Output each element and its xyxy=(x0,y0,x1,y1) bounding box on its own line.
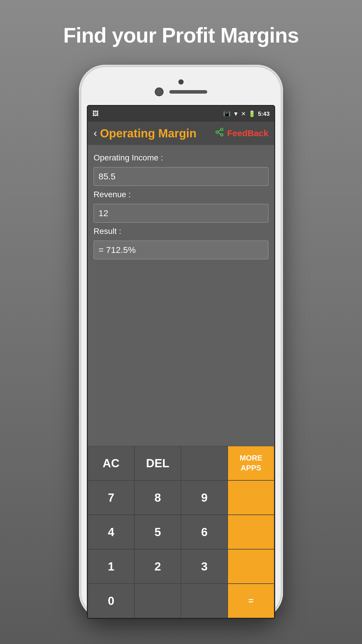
key-3[interactable]: 3 xyxy=(181,549,228,584)
camera-dot xyxy=(178,79,184,85)
svg-line-4 xyxy=(218,130,221,132)
status-right: 📳 ▼ ✕ 🔋 5:43 xyxy=(223,110,270,117)
key-7[interactable]: 7 xyxy=(88,480,134,515)
key-5[interactable]: 5 xyxy=(134,515,181,549)
key-6[interactable]: 6 xyxy=(181,515,228,549)
header-left: ‹ Operating Margin xyxy=(94,127,196,140)
key-8[interactable]: 8 xyxy=(134,480,181,515)
status-bar: 🖼 📳 ▼ ✕ 🔋 5:43 xyxy=(88,106,274,122)
revenue-input[interactable] xyxy=(94,204,268,223)
app-header: ‹ Operating Margin FeedBack xyxy=(88,122,274,145)
key-orange-r2[interactable] xyxy=(228,480,274,515)
keypad-row-3: 4 5 6 xyxy=(88,515,274,549)
keypad-row-1: AC DEL MOREAPPS xyxy=(88,446,274,480)
key-empty-r5 xyxy=(134,584,181,618)
status-left: 🖼 xyxy=(92,110,99,118)
signal-icon: ✕ xyxy=(241,110,246,117)
phone-shell: 🖼 📳 ▼ ✕ 🔋 5:43 ‹ Operating Margin xyxy=(79,65,283,619)
keypad-row-4: 1 2 3 xyxy=(88,549,274,584)
operating-income-label: Operating Income : xyxy=(94,153,268,162)
keypad: AC DEL MOREAPPS 7 8 9 4 5 6 1 xyxy=(88,446,274,618)
battery-icon: 🔋 xyxy=(248,110,256,117)
key-empty-r1 xyxy=(181,446,228,480)
page-header: Find your Profit Margins xyxy=(63,0,299,65)
page-title: Find your Profit Margins xyxy=(63,23,299,47)
speaker-bar xyxy=(169,90,207,94)
operating-income-input[interactable] xyxy=(94,167,268,186)
phone-top xyxy=(79,74,283,99)
key-more-apps[interactable]: MOREAPPS xyxy=(228,446,274,480)
key-1[interactable]: 1 xyxy=(88,549,134,584)
revenue-label: Revenue : xyxy=(94,190,268,199)
keypad-row-5: 0 = xyxy=(88,584,274,618)
share-icon[interactable] xyxy=(215,127,224,139)
phone-screen: 🖼 📳 ▼ ✕ 🔋 5:43 ‹ Operating Margin xyxy=(87,105,275,619)
key-0[interactable]: 0 xyxy=(88,584,134,618)
back-button[interactable]: ‹ xyxy=(94,127,97,139)
spacer xyxy=(94,262,268,439)
front-camera xyxy=(155,88,164,96)
app-content: Operating Income : Revenue : Result : = … xyxy=(88,145,274,446)
key-2[interactable]: 2 xyxy=(134,549,181,584)
keypad-row-2: 7 8 9 xyxy=(88,480,274,515)
app-title: Operating Margin xyxy=(100,127,196,140)
status-time: 5:43 xyxy=(258,111,270,117)
key-equals[interactable]: = xyxy=(228,584,274,618)
key-9[interactable]: 9 xyxy=(181,480,228,515)
key-4[interactable]: 4 xyxy=(88,515,134,549)
wifi-icon: ▼ xyxy=(233,111,239,117)
vibrate-icon: 📳 xyxy=(223,110,231,117)
key-orange-r3[interactable] xyxy=(228,515,274,549)
key-dot[interactable] xyxy=(181,584,228,618)
result-label: Result : xyxy=(94,227,268,236)
phone-sensors xyxy=(155,88,207,96)
key-ac[interactable]: AC xyxy=(88,446,134,480)
feedback-label[interactable]: FeedBack xyxy=(227,128,268,138)
svg-line-3 xyxy=(218,133,221,134)
header-right: FeedBack xyxy=(215,127,268,139)
key-orange-r4[interactable] xyxy=(228,549,274,584)
result-display: = 712.5% xyxy=(94,241,268,259)
key-del[interactable]: DEL xyxy=(134,446,181,480)
notification-icon: 🖼 xyxy=(92,110,99,118)
